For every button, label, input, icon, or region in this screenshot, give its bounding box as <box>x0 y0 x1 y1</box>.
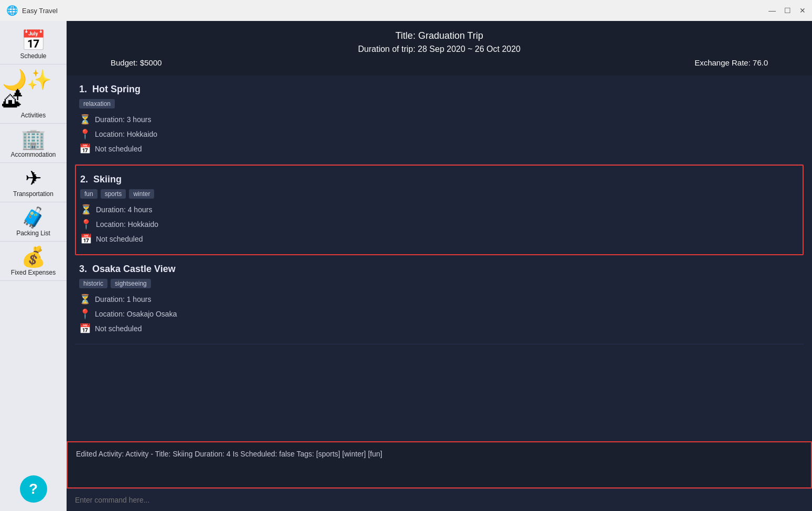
expenses-icon: 💰 <box>21 247 46 267</box>
sidebar: 📅 Schedule 🌙✨🏕 Activities 🏢 Accommodatio… <box>0 21 67 511</box>
activity-duration-1: ⏳ Duration: 3 hours <box>79 114 799 125</box>
titlebar: 🌐 Easy Travel — ☐ ✕ <box>0 0 812 21</box>
activity-card-3[interactable]: 3. Osaka Castle View historicsightseeing… <box>75 255 804 344</box>
tag: winter <box>129 189 154 199</box>
accommodation-icon: 🏢 <box>21 129 46 149</box>
log-text: Edited Activity: Activity - Title: Skiin… <box>76 450 382 458</box>
header-bottom: Budget: $5000 Exchange Rate: 76.0 <box>79 58 799 67</box>
activity-card-2[interactable]: 2. Skiing funsportswinter ⏳ Duration: 4 … <box>75 165 804 255</box>
calendar-icon: 📅 <box>79 143 91 155</box>
activity-title-2: 2. Skiing <box>80 174 798 185</box>
activity-location-1: 📍 Location: Hokkaido <box>79 128 799 140</box>
activity-tags-1: relaxation <box>79 99 799 108</box>
transportation-icon: ✈ <box>25 168 42 188</box>
calendar-icon: 📅 <box>79 323 91 334</box>
log-area: Edited Activity: Activity - Title: Skiin… <box>67 441 812 488</box>
app-body: 📅 Schedule 🌙✨🏕 Activities 🏢 Accommodatio… <box>0 21 812 511</box>
activities-icon: 🌙✨🏕 <box>2 70 64 110</box>
packing-label: Packing List <box>16 230 50 237</box>
command-bar <box>67 488 812 511</box>
activity-card-1[interactable]: 1. Hot Spring relaxation ⏳ Duration: 3 h… <box>75 75 804 165</box>
sidebar-item-transportation[interactable]: ✈ Transportation <box>0 163 67 202</box>
schedule-label: Schedule <box>20 52 46 60</box>
sidebar-item-packing[interactable]: 🧳 Packing List <box>0 202 67 242</box>
help-button[interactable]: ? <box>20 475 47 503</box>
tag: sightseeing <box>111 279 151 288</box>
location-icon: 📍 <box>79 308 91 320</box>
trip-duration: Duration of trip: 28 Sep 2020 ~ 26 Oct 2… <box>79 45 799 54</box>
activity-location-2: 📍 Location: Hokkaido <box>80 219 798 230</box>
duration-icon: ⏳ <box>79 293 91 305</box>
activity-title-1: 1. Hot Spring <box>79 84 799 95</box>
app-title: Easy Travel <box>22 7 58 15</box>
transportation-label: Transportation <box>13 190 53 198</box>
activity-duration-2: ⏳ Duration: 4 hours <box>80 204 798 215</box>
minimize-button[interactable]: — <box>768 7 776 14</box>
tag: historic <box>79 279 107 288</box>
activities-list: 1. Hot Spring relaxation ⏳ Duration: 3 h… <box>67 75 812 441</box>
calendar-icon: 📅 <box>80 233 92 245</box>
tag: relaxation <box>79 99 115 108</box>
activity-location-3: 📍 Location: Osakajo Osaka <box>79 308 799 320</box>
sidebar-item-expenses[interactable]: 💰 Fixed Expenses <box>0 242 67 281</box>
accommodation-label: Accommodation <box>10 151 56 158</box>
header-banner: Title: Graduation Trip Duration of trip:… <box>67 21 812 75</box>
expenses-label: Fixed Expenses <box>11 269 56 276</box>
activity-tags-2: funsportswinter <box>80 189 798 199</box>
activity-schedule-1: 📅 Not scheduled <box>79 143 799 155</box>
titlebar-controls[interactable]: — ☐ ✕ <box>768 7 806 14</box>
trip-budget: Budget: $5000 <box>111 58 162 67</box>
app-logo-icon: 🌐 <box>6 5 18 16</box>
sidebar-item-accommodation[interactable]: 🏢 Accommodation <box>0 124 67 163</box>
sidebar-item-schedule[interactable]: 📅 Schedule <box>0 25 67 64</box>
duration-icon: ⏳ <box>80 204 92 215</box>
exchange-rate: Exchange Rate: 76.0 <box>695 58 768 67</box>
location-icon: 📍 <box>79 128 91 140</box>
schedule-icon: 📅 <box>21 30 46 50</box>
activity-schedule-2: 📅 Not scheduled <box>80 233 798 245</box>
activities-label: Activities <box>21 112 46 119</box>
sidebar-item-activities[interactable]: 🌙✨🏕 Activities <box>0 64 67 124</box>
tag: fun <box>80 189 98 199</box>
tag: sports <box>101 189 126 199</box>
activity-title-3: 3. Osaka Castle View <box>79 264 799 275</box>
titlebar-left: 🌐 Easy Travel <box>6 5 58 16</box>
duration-icon: ⏳ <box>79 114 91 125</box>
main-content: Title: Graduation Trip Duration of trip:… <box>67 21 812 511</box>
activity-tags-3: historicsightseeing <box>79 279 799 288</box>
maximize-button[interactable]: ☐ <box>784 7 791 14</box>
command-input[interactable] <box>75 496 804 504</box>
close-button[interactable]: ✕ <box>799 7 806 14</box>
location-icon: 📍 <box>80 219 92 230</box>
trip-title: Title: Graduation Trip <box>79 30 799 41</box>
activity-schedule-3: 📅 Not scheduled <box>79 323 799 334</box>
packing-icon: 🧳 <box>21 208 46 227</box>
activity-duration-3: ⏳ Duration: 1 hours <box>79 293 799 305</box>
